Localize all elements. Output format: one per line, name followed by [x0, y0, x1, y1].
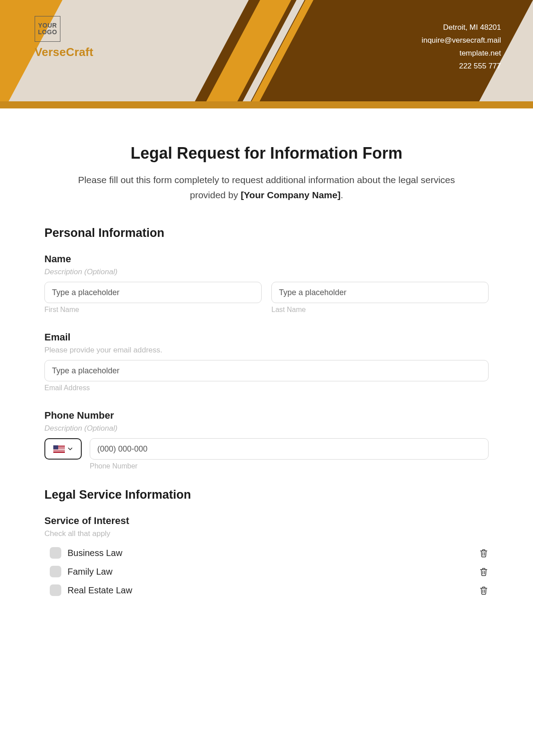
email-desc: Please provide your email address.: [44, 346, 489, 355]
section-personal: Personal Information: [44, 226, 489, 240]
field-phone: Phone Number Description (Optional) Phon…: [44, 410, 489, 470]
name-label: Name: [44, 253, 489, 265]
service-desc: Check all that apply: [44, 529, 489, 538]
service-option-row: Real Estate Law: [44, 581, 489, 600]
field-email: Email Please provide your email address.…: [44, 332, 489, 392]
field-name: Name Description (Optional) First Name L…: [44, 253, 489, 314]
flag-us-icon: [53, 445, 65, 453]
trash-icon[interactable]: [479, 585, 489, 596]
chevron-down-icon: [68, 446, 73, 452]
field-service: Service of Interest Check all that apply…: [44, 515, 489, 600]
section-legal: Legal Service Information: [44, 488, 489, 502]
contact-address: Detroit, MI 48201: [422, 21, 501, 34]
contact-email: inquire@versecraft.mail: [422, 34, 501, 47]
brand-name: VerseCraft: [35, 45, 93, 59]
country-code-select[interactable]: [44, 438, 82, 460]
email-sublabel: Email Address: [44, 384, 489, 392]
form-intro: Please fill out this form completely to …: [62, 172, 471, 202]
email-label: Email: [44, 332, 489, 343]
service-option-row: Family Law: [44, 562, 489, 581]
logo-placeholder: YOUR LOGO: [35, 16, 60, 42]
phone-sublabel: Phone Number: [90, 462, 489, 470]
trash-icon[interactable]: [479, 566, 489, 577]
contact-block: Detroit, MI 48201 inquire@versecraft.mai…: [422, 21, 501, 73]
checkbox[interactable]: [50, 547, 61, 559]
phone-desc: Description (Optional): [44, 424, 489, 433]
service-option-label: Business Law: [68, 548, 122, 558]
contact-phone: 222 555 777: [422, 60, 501, 73]
service-label: Service of Interest: [44, 515, 489, 527]
phone-label: Phone Number: [44, 410, 489, 421]
email-input[interactable]: [44, 360, 489, 381]
name-desc: Description (Optional): [44, 268, 489, 276]
service-option-label: Family Law: [68, 567, 112, 577]
service-option-label: Real Estate Law: [68, 585, 132, 596]
last-name-input[interactable]: [271, 282, 489, 303]
first-name-input[interactable]: [44, 282, 262, 303]
contact-site: template.net: [422, 47, 501, 60]
form-title: Legal Request for Information Form: [44, 144, 489, 163]
checkbox[interactable]: [50, 566, 61, 577]
trash-icon[interactable]: [479, 548, 489, 558]
phone-input[interactable]: [90, 438, 489, 460]
letterhead: YOUR LOGO VerseCraft Detroit, MI 48201 i…: [0, 0, 533, 108]
checkbox[interactable]: [50, 584, 61, 596]
service-option-row: Business Law: [44, 544, 489, 562]
first-name-sublabel: First Name: [44, 306, 262, 314]
last-name-sublabel: Last Name: [271, 306, 489, 314]
